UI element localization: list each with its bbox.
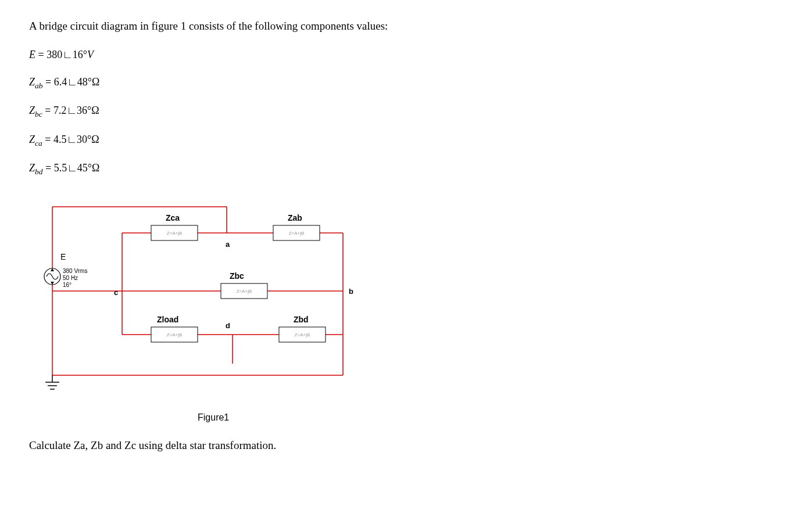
node-a: a [226, 239, 230, 251]
label-Zbd: Zbd [294, 313, 309, 326]
node-d: d [226, 320, 230, 332]
eq-Zab: Zab = 6.4∟48°Ω [29, 74, 783, 92]
svg-text:Z=A+jB: Z=A+jB [237, 289, 252, 294]
figure-caption: Figure1 [198, 410, 783, 425]
node-b: b [349, 286, 353, 298]
eq-Zbc: Zbc = 7.2∟36°Ω [29, 102, 783, 120]
label-Zab: Zab [288, 211, 302, 224]
label-Zbc: Zbc [230, 270, 244, 282]
label-Zload: Zload [157, 313, 178, 326]
eq-Zca: Zca = 4.5∟30°Ω [29, 131, 783, 149]
svg-text:Z=A+jB: Z=A+jB [167, 332, 183, 337]
eq-E: E = 380∟16°V [29, 46, 783, 63]
intro-text: A bridge circuit diagram in figure 1 con… [29, 17, 783, 35]
svg-text:Z=A+jB: Z=A+jB [167, 231, 183, 236]
label-E: E [60, 250, 66, 263]
circuit-diagram: Z=A+jB Z=A+jB Z=A+jB Z=A+jB Z=A+jB E 380… [35, 201, 360, 398]
svg-text:Z=A+jB: Z=A+jB [289, 231, 305, 236]
svg-text:Z=A+jB: Z=A+jB [295, 332, 310, 337]
question-text: Calculate Za, Zb and Zc using delta star… [29, 437, 783, 454]
label-Zca: Zca [166, 211, 180, 224]
node-c: c [114, 287, 118, 299]
eq-Zbd: Zbd = 5.5∟45°Ω [29, 160, 783, 178]
source-spec: 380 Vrms 50 Hz 16° [63, 268, 87, 289]
